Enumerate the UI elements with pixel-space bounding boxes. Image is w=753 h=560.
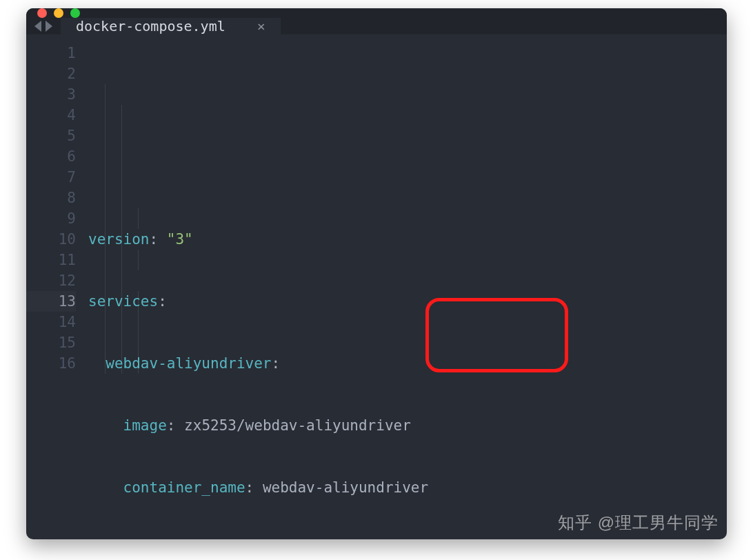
window-maximize-button[interactable]: [70, 8, 80, 18]
code-line: image: zx5253/webdav-aliyundriver: [88, 415, 727, 436]
tab-filename: docker-compose.yml: [76, 18, 225, 34]
line-number: 7: [26, 167, 76, 188]
line-number-gutter: 1 2 3 4 5 6 7 8 9 10 11 12 13 14 15 16: [26, 43, 88, 539]
editor-body[interactable]: 1 2 3 4 5 6 7 8 9 10 11 12 13 14 15 16 v…: [26, 34, 727, 539]
line-number: 3: [26, 84, 76, 105]
window-minimize-button[interactable]: [54, 8, 63, 18]
tab-file[interactable]: docker-compose.yml ×: [61, 18, 281, 34]
line-number: 16: [26, 353, 76, 374]
window-close-button[interactable]: [37, 8, 47, 18]
line-number: 6: [26, 146, 76, 167]
nav-forward-icon[interactable]: [46, 21, 52, 32]
line-number: 8: [26, 188, 76, 208]
line-number: 10: [26, 229, 76, 250]
line-number: 14: [26, 312, 76, 332]
editor-window: docker-compose.yml × 1 2 3 4 5 6 7 8 9 1…: [26, 8, 727, 539]
indent-guide: [138, 208, 139, 229]
line-number: 1: [26, 43, 76, 63]
code-line: services:: [88, 291, 727, 312]
code-line: version: "3": [88, 229, 727, 250]
tab-bar: docker-compose.yml ×: [26, 18, 727, 34]
line-number: 9: [26, 208, 76, 229]
indent-guide: [138, 250, 139, 270]
line-number: 12: [26, 270, 76, 291]
line-number: 4: [26, 105, 76, 126]
line-number: 5: [26, 126, 76, 146]
line-number: 2: [26, 63, 76, 84]
code-area[interactable]: version: "3" services: webdav-aliyundriv…: [88, 43, 727, 539]
code-line: webdav-aliyundriver:: [88, 353, 727, 374]
close-icon[interactable]: ×: [257, 19, 265, 33]
watermark-text: 知乎 @理工男牛同学: [558, 512, 719, 534]
line-number: 13: [26, 291, 76, 312]
tab-nav: [26, 18, 61, 34]
code-line: container_name: webdav-aliyundriver: [88, 477, 727, 498]
window-titlebar: [26, 8, 727, 18]
nav-back-icon[interactable]: [34, 21, 41, 32]
line-number: 15: [26, 332, 76, 353]
line-number: 11: [26, 250, 76, 270]
